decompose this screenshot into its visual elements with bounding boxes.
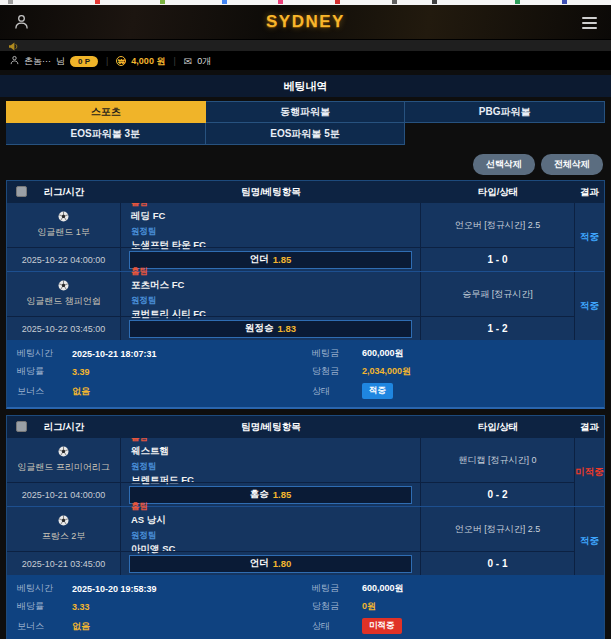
amount-value: 600,000원 [362,347,594,360]
match-row: 잉글랜드 1부 2025-10-22 04:00:00 홈팀 레딩 FC 원정팀… [7,203,604,271]
bonus-value: 없음 [72,620,312,633]
tab-pbg-powerball[interactable]: PBG파워볼 [405,101,605,123]
category-tabs: 스포츠 동행파워볼 PBG파워볼 EOS파워볼 3분 EOS파워볼 5분 [6,101,605,145]
win-value: 0원 [362,600,594,613]
tab-donghang-powerball[interactable]: 동행파워볼 [206,101,406,123]
odds-value: 3.39 [72,367,312,377]
col-type-status: 타입/상태 [421,421,575,434]
bonus-value: 없음 [72,385,312,398]
match-time: 2025-10-22 04:00:00 [22,255,106,265]
slip-summary: 베팅시간 2025-10-20 19:58:39 베팅금 600,000원 배당… [7,575,604,639]
betting-slip-table-2: 리그/시간 팀명/베팅항목 타입/상태 결과 잉글랜드 프리미어리그 2025-… [6,415,605,639]
bet-type: 언오버 [정규시간] 2.5 [455,523,541,536]
league-name: 프랑스 2부 [42,530,86,543]
bonus-label: 보너스 [17,620,72,633]
match-time: 2025-10-21 03:45:00 [22,559,106,569]
username-suffix: 님 [56,55,65,68]
league-name: 잉글랜드 프리미어리그 [17,461,110,474]
status-badge: 미적중 [362,618,402,634]
odds-value: 1.80 [273,558,292,569]
match-score: 0 - 2 [487,489,507,500]
bet-selection[interactable]: 원정승 1.83 [129,320,412,338]
delete-selected-button[interactable]: 선택삭제 [473,154,535,175]
bookmark-icon[interactable] [222,0,227,4]
profile-icon[interactable] [14,13,29,34]
home-label: 홈팀 [131,266,420,278]
bookmark-icon[interactable] [562,0,567,4]
betting-slip-table-1: 리그/시간 팀명/베팅항목 타입/상태 결과 잉글랜드 1부 2025-10-2… [6,180,605,409]
bookmark-icon[interactable] [160,0,165,4]
message-count[interactable]: 0개 [197,55,211,68]
match-result: 적중 [575,203,604,271]
match-score: 1 - 2 [487,323,507,334]
match-result: 미적중 [575,438,604,506]
soccer-ball-icon [58,280,69,291]
menu-icon[interactable] [582,14,597,32]
bet-time-value: 2025-10-21 18:07:31 [72,349,312,359]
status-label: 상태 [312,385,362,398]
bookmark-icon[interactable] [95,0,100,4]
league-name: 잉글랜드 챔피언쉽 [26,295,101,308]
bookmark-icon[interactable] [392,0,397,4]
bookmark-icon[interactable] [432,0,437,4]
match-result: 적중 [575,272,604,340]
page-title: 베팅내역 [0,75,611,97]
points-badge[interactable]: 0 P [70,56,98,67]
odds-value: 1.85 [273,489,292,500]
odds-label: 배당률 [17,600,72,613]
odds-label: 배당률 [17,365,72,378]
bet-selection[interactable]: 언더 1.80 [129,555,412,573]
bet-time-label: 베팅시간 [17,582,72,595]
username[interactable]: 촌놈··· [24,55,51,68]
col-result: 결과 [575,421,604,434]
bookmark-icon[interactable] [278,0,283,4]
site-logo[interactable]: SYDNEY [266,12,345,32]
soccer-ball-icon [58,211,69,222]
soccer-ball-icon [58,446,69,457]
slip-summary: 베팅시간 2025-10-21 18:07:31 베팅금 600,000원 배당… [7,340,604,407]
won-coin-icon: ₩ [116,56,126,66]
bet-type: 핸디캡 [정규시간] 0 [458,454,536,467]
bookmark-icon[interactable] [8,0,13,4]
away-label: 원정팀 [131,295,420,307]
match-row: 잉글랜드 프리미어리그 2025-10-21 04:00:00 홈팀 웨스트햄 … [7,438,604,506]
status-label: 상태 [312,620,362,633]
amount-label: 베팅금 [312,347,362,360]
delete-all-button[interactable]: 전체삭제 [541,154,603,175]
away-label: 원정팀 [131,226,420,238]
announcement-bar [0,40,611,52]
status-badge: 적중 [362,383,393,399]
balance[interactable]: 4,000 원 [131,55,165,68]
odds-value: 1.85 [273,254,292,265]
away-label: 원정팀 [131,530,420,542]
home-team: 웨스트햄 [131,445,420,458]
bet-time-label: 베팅시간 [17,347,72,360]
select-all-checkbox[interactable] [16,186,27,197]
soccer-ball-icon [58,515,69,526]
col-team-bet: 팀명/베팅항목 [121,421,421,434]
bet-type: 언오버 [정규시간] 2.5 [455,219,541,232]
amount-label: 베팅금 [312,582,362,595]
odds-value: 3.33 [72,602,312,612]
home-team: 레딩 FC [131,210,420,223]
mail-icon: ✉ [184,56,192,67]
win-label: 당첨금 [312,365,362,378]
table-header: 리그/시간 팀명/베팅항목 타입/상태 결과 [7,181,604,203]
match-row: 프랑스 2부 2025-10-21 03:45:00 홈팀 AS 낭시 원정팀 … [7,506,604,575]
odds-value: 1.83 [278,323,297,334]
win-label: 당첨금 [312,600,362,613]
tab-eos-powerball-5min[interactable]: EOS파워볼 5분 [206,123,406,145]
win-value: 2,034,000원 [362,365,594,378]
match-score: 1 - 0 [487,254,507,265]
bookmark-icon[interactable] [515,0,520,4]
away-label: 원정팀 [131,461,420,473]
tab-sports[interactable]: 스포츠 [6,101,206,123]
actions-row: 선택삭제 전체삭제 [8,154,603,175]
match-time: 2025-10-22 03:45:00 [22,324,106,334]
site-header: SYDNEY [0,5,611,40]
bookmark-icon[interactable] [335,0,340,4]
table-header: 리그/시간 팀명/베팅항목 타입/상태 결과 [7,416,604,438]
select-all-checkbox[interactable] [16,421,27,432]
tab-eos-powerball-3min[interactable]: EOS파워볼 3분 [6,123,206,145]
match-time: 2025-10-21 04:00:00 [22,490,106,500]
